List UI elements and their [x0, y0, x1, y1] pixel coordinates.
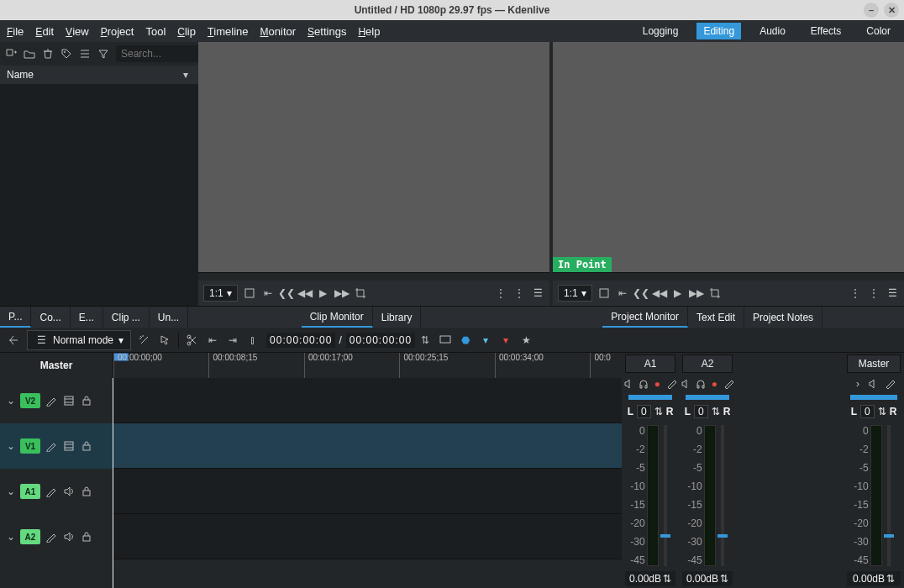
dots-icon[interactable]: ⋮	[494, 286, 507, 300]
proj-play-icon[interactable]: ▶	[671, 286, 685, 300]
track-bodies[interactable]	[113, 378, 622, 588]
menu-view[interactable]: View	[66, 25, 89, 38]
db-readout[interactable]: 0.00dB⇅	[682, 571, 733, 586]
project-monitor-ruler[interactable]	[553, 272, 904, 281]
film-icon[interactable]	[63, 395, 76, 407]
balance-slider[interactable]	[628, 395, 672, 400]
list-icon[interactable]	[79, 48, 91, 60]
volume-slider[interactable]	[887, 425, 891, 566]
spacer-right-icon[interactable]: ⇥	[226, 333, 239, 347]
balance-value[interactable]: 0	[860, 405, 875, 418]
edit-icon[interactable]	[45, 440, 58, 453]
minimize-button[interactable]: –	[864, 3, 879, 18]
mode-editing[interactable]: Editing	[696, 23, 741, 39]
nodes-icon[interactable]: ⬣	[459, 333, 472, 347]
collapse-icon[interactable]: ⌄	[7, 395, 15, 407]
edit-icon[interactable]	[45, 395, 58, 407]
film-icon[interactable]	[63, 440, 76, 453]
tab-text-edit[interactable]: Text Edit	[688, 307, 744, 328]
track-body-v1[interactable]	[113, 423, 622, 469]
proj-rewind-icon[interactable]: ◀◀	[653, 286, 666, 300]
menu-clip[interactable]: Clip	[177, 25, 196, 38]
track-body-a1[interactable]	[113, 469, 622, 514]
menu-timeline[interactable]: Timeline	[208, 25, 249, 38]
add-clip-icon[interactable]	[5, 48, 17, 60]
track-head-v1[interactable]: ⌄ V1	[0, 423, 113, 469]
tab-library[interactable]: Library	[373, 307, 422, 328]
trash-icon[interactable]	[42, 48, 54, 60]
playhead[interactable]	[113, 378, 113, 588]
stepper-icon[interactable]: ⇅	[712, 406, 720, 417]
rewind-icon[interactable]: ◀◀	[298, 286, 312, 300]
fx-icon[interactable]	[723, 377, 734, 391]
master-head[interactable]: Master	[0, 353, 113, 378]
dots2-icon[interactable]: ⋮	[512, 286, 526, 300]
filter-icon[interactable]	[97, 48, 109, 60]
tab-clip-monitor[interactable]: Clip Monitor	[302, 307, 373, 328]
mute-icon[interactable]	[681, 377, 692, 391]
prev-frame-icon[interactable]: ❮❮	[280, 286, 293, 300]
edit-icon[interactable]	[45, 486, 58, 498]
timeline-ruler[interactable]: 00:00:00;00 00:00:08;15 00:00:17;00 00:0…	[113, 353, 622, 378]
menu-edit[interactable]: Edit	[35, 25, 54, 38]
set-in-icon[interactable]	[243, 286, 256, 300]
menu-file[interactable]: File	[7, 25, 24, 38]
mode-effects[interactable]: Effects	[804, 23, 848, 39]
lock-icon[interactable]	[81, 486, 93, 498]
lock-icon[interactable]	[81, 440, 93, 453]
speaker-icon[interactable]	[63, 531, 76, 543]
star-icon[interactable]: ★	[519, 333, 533, 347]
balance-value[interactable]: 0	[637, 405, 651, 418]
go-start-icon[interactable]: ⇤	[261, 286, 275, 300]
menu-project[interactable]: Project	[101, 25, 134, 38]
proj-forward-icon[interactable]: ▶▶	[690, 286, 703, 300]
pointer-icon[interactable]	[158, 333, 171, 347]
tc-stepper-icon[interactable]: ⇅	[418, 333, 432, 347]
play-icon[interactable]: ▶	[317, 286, 330, 300]
fx-icon[interactable]	[883, 377, 896, 391]
menu-monitor[interactable]: Monitor	[260, 25, 297, 38]
track-head-a1[interactable]: ⌄ A1	[0, 469, 113, 514]
headphones-icon[interactable]	[638, 377, 649, 391]
headphones-icon[interactable]	[695, 377, 707, 391]
tab-undo[interactable]: Un...	[150, 307, 188, 328]
mute-icon[interactable]	[867, 377, 880, 391]
menu-tool[interactable]: Tool	[145, 25, 166, 38]
volume-slider[interactable]	[721, 425, 724, 566]
tc-current[interactable]: 00:00:00:00	[266, 333, 335, 348]
edit-icon[interactable]	[45, 531, 58, 543]
screen-icon[interactable]	[439, 333, 452, 347]
balance-slider[interactable]	[850, 395, 897, 400]
track-head-a2[interactable]: ⌄ A2	[0, 514, 113, 559]
tab-clip-properties[interactable]: Clip ...	[103, 307, 150, 328]
bin-body[interactable]	[0, 84, 198, 306]
clip-zoom-combo[interactable]: 1:1▾	[203, 285, 238, 302]
crop-icon[interactable]	[354, 286, 367, 300]
tag-icon[interactable]	[60, 48, 72, 60]
collapse-icon[interactable]: ⌄	[7, 531, 15, 543]
tab-project-monitor[interactable]: Project Monitor	[602, 307, 688, 328]
proj-prev-frame-icon[interactable]: ❮❮	[634, 286, 648, 300]
tab-project-bin[interactable]: P...	[0, 307, 31, 328]
expand-icon[interactable]: ›	[851, 377, 865, 391]
mute-icon[interactable]	[623, 377, 635, 391]
record-icon[interactable]: ●	[652, 377, 664, 391]
lock-icon[interactable]	[81, 395, 93, 407]
clip-monitor-ruler[interactable]	[198, 272, 549, 281]
proj-go-start-icon[interactable]: ⇤	[616, 286, 629, 300]
track-body-v2[interactable]	[113, 378, 622, 423]
magic-wand-icon[interactable]	[138, 333, 151, 347]
track-compositing-icon[interactable]	[7, 333, 20, 347]
record-icon[interactable]: ●	[709, 377, 721, 391]
track-body-a2[interactable]	[113, 514, 622, 559]
proj-crop-icon[interactable]	[708, 286, 722, 300]
project-monitor-view[interactable]: In Point	[553, 42, 904, 272]
bin-column-header[interactable]: Name ▾	[0, 66, 198, 84]
forward-icon[interactable]: ▶▶	[335, 286, 349, 300]
tab-project-notes[interactable]: Project Notes	[744, 307, 823, 328]
marker-red-icon[interactable]: ▾	[499, 333, 512, 347]
mode-color[interactable]: Color	[859, 23, 897, 39]
clip-monitor-view[interactable]	[198, 42, 549, 272]
mode-logging[interactable]: Logging	[636, 23, 686, 39]
proj-set-in-icon[interactable]	[597, 286, 611, 300]
